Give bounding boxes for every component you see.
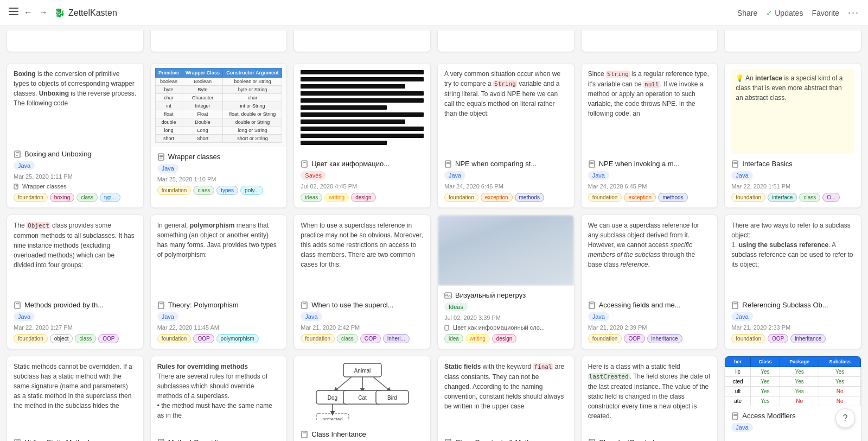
menu-icon[interactable] — [9, 8, 20, 18]
table-cell: double or String — [223, 118, 282, 127]
card-body: Цвет как информацио... Saves Jul 02, 202… — [294, 154, 430, 207]
tag[interactable]: design — [351, 193, 375, 202]
tag[interactable]: ideas — [301, 193, 322, 202]
black-line — [301, 127, 424, 131]
card-access-modifiers[interactable]: her Class Package Subclass lic Yes Yes Y… — [724, 356, 861, 441]
black-line — [301, 134, 424, 138]
tag[interactable]: OOP — [360, 334, 381, 343]
card-boxing-unboxing[interactable]: Boxing is the conversion of primitive ty… — [7, 63, 144, 208]
card-title-row: Boxing and Unboxing — [14, 150, 137, 158]
partial-cards-row — [7, 30, 861, 52]
tag[interactable]: foundation — [731, 193, 765, 202]
tag[interactable]: idea — [444, 334, 463, 343]
card-accessing-fields[interactable]: We can use a superclass reference for an… — [581, 215, 718, 349]
card-wrapper-classes[interactable]: Primitive Wrapper Class Constructor Argu… — [150, 63, 288, 208]
card-title-row: Interface Basics — [731, 160, 854, 168]
tag[interactable]: class — [76, 193, 98, 202]
access-table: her Class Package Subclass lic Yes Yes Y… — [725, 356, 861, 406]
table-cell: int or String — [223, 102, 282, 110]
tag[interactable]: class — [799, 193, 820, 202]
card-title: Method Overriding — [168, 438, 226, 441]
card-when-superclass[interactable]: When to use a superclass reference in pr… — [293, 215, 431, 349]
table-cell: Yes — [750, 367, 780, 377]
link-icon — [14, 183, 20, 190]
table-cell: lic — [725, 367, 751, 377]
tag[interactable]: OOP — [193, 334, 214, 343]
card-method-overriding[interactable]: Rules for overriding methods There are s… — [150, 356, 288, 441]
tag[interactable]: poly... — [240, 186, 263, 195]
tag[interactable]: foundation — [301, 334, 335, 343]
tag[interactable]: class — [337, 334, 358, 343]
tag[interactable]: inheri... — [383, 334, 410, 343]
tag[interactable]: methods — [658, 193, 687, 202]
tag[interactable]: foundation — [14, 193, 48, 202]
card-category: Java — [301, 312, 322, 321]
card-class-last-created[interactable]: Here is a class with a static field last… — [581, 356, 718, 441]
card-referencing-subclass[interactable]: There are two ways to refer to a subclas… — [724, 215, 861, 349]
header-right: Share ✓ Updates Favorite ··· — [737, 7, 859, 18]
help-button[interactable]: ? — [835, 408, 855, 428]
tag[interactable]: foundation — [14, 334, 48, 343]
tag[interactable]: foundation — [444, 193, 478, 202]
tag[interactable]: OOP — [768, 334, 788, 343]
tag[interactable]: foundation — [588, 193, 622, 202]
tag[interactable]: interface — [768, 193, 797, 202]
tag[interactable]: O... — [822, 193, 840, 202]
tag[interactable]: writing — [324, 193, 349, 202]
card-link[interactable]: Wrapper classes — [14, 183, 137, 190]
card-class-constants[interactable]: Static fields with the keyword final are… — [437, 356, 575, 441]
table-cell: Character — [182, 94, 223, 102]
card-theory-polymorphism[interactable]: In general, polymorphism means that some… — [150, 215, 288, 349]
card-color-info[interactable]: Цвет как информацио... Saves Jul 02, 202… — [293, 63, 431, 208]
card-snippet: When to use a superclass reference in pr… — [301, 220, 424, 298]
updates-button[interactable]: ✓ Updates — [766, 9, 803, 17]
tag[interactable]: typ... — [100, 193, 120, 202]
card-methods-provided[interactable]: The Object class provides some common me… — [7, 215, 144, 349]
card-category: Java — [157, 164, 178, 173]
card-title: Цвет как информацио... — [311, 160, 390, 168]
tag[interactable]: inheritance — [647, 334, 682, 343]
card-tags: foundation object class OOP — [14, 334, 137, 343]
card-date: Mar 25, 2020 1:10 PM — [157, 176, 280, 182]
tag[interactable]: polymorphism — [216, 334, 259, 343]
card-hiding-static[interactable]: Static methods cannot be overridden. If … — [7, 356, 144, 441]
more-options-button[interactable]: ··· — [848, 7, 859, 18]
forward-icon[interactable]: → — [39, 8, 50, 18]
tag[interactable]: exception — [624, 193, 656, 202]
card-category: Saves — [301, 171, 326, 180]
tag[interactable]: class — [193, 186, 214, 195]
card-link[interactable]: Цвет как информационный сло... — [444, 324, 567, 331]
back-icon[interactable]: ← — [24, 8, 35, 18]
tag[interactable]: writing — [465, 334, 490, 343]
tag[interactable]: methods — [515, 193, 544, 202]
card-date: Mar 22, 2020 1:27 PM — [14, 324, 137, 331]
favorite-button[interactable]: Favorite — [812, 9, 839, 17]
tag[interactable]: foundation — [157, 186, 192, 195]
tag[interactable]: foundation — [731, 334, 765, 343]
card-snippet: We can use a superclass reference for an… — [588, 220, 711, 298]
tag[interactable]: foundation — [157, 334, 192, 343]
tag[interactable]: object — [50, 334, 73, 343]
tag[interactable]: types — [216, 186, 238, 195]
card-title: NPE when invoking a m... — [599, 160, 680, 168]
tag[interactable]: OOP — [624, 334, 644, 343]
svg-text:Dog: Dog — [327, 395, 337, 401]
svg-rect-1 — [9, 11, 18, 12]
card-snippet: Rules for overriding methods There are s… — [157, 362, 280, 435]
card-class-inheritance[interactable]: Animal Dog Cat Bird — [293, 356, 431, 441]
card-npe-invoking[interactable]: Since String is a regular reference type… — [581, 63, 718, 208]
tag[interactable]: OOP — [98, 334, 119, 343]
tag[interactable]: inheritance — [790, 334, 826, 343]
tag[interactable]: foundation — [588, 334, 622, 343]
share-button[interactable]: Share — [737, 9, 757, 17]
card-category: Java — [157, 312, 178, 321]
tag[interactable]: boxing — [50, 193, 74, 202]
table-header: Class — [750, 357, 780, 367]
card-npe-comparing[interactable]: A very common situation occur when we tr… — [437, 63, 575, 208]
tag[interactable]: design — [492, 334, 516, 343]
card-visual-overload[interactable]: Визуальный перегруз Ideas Jul 02, 2020 3… — [437, 215, 575, 349]
table-header: Package — [780, 357, 819, 367]
card-interface-basics[interactable]: 💡 An interface is a special kind of a cl… — [724, 63, 861, 208]
tag[interactable]: class — [75, 334, 96, 343]
tag[interactable]: exception — [481, 193, 513, 202]
